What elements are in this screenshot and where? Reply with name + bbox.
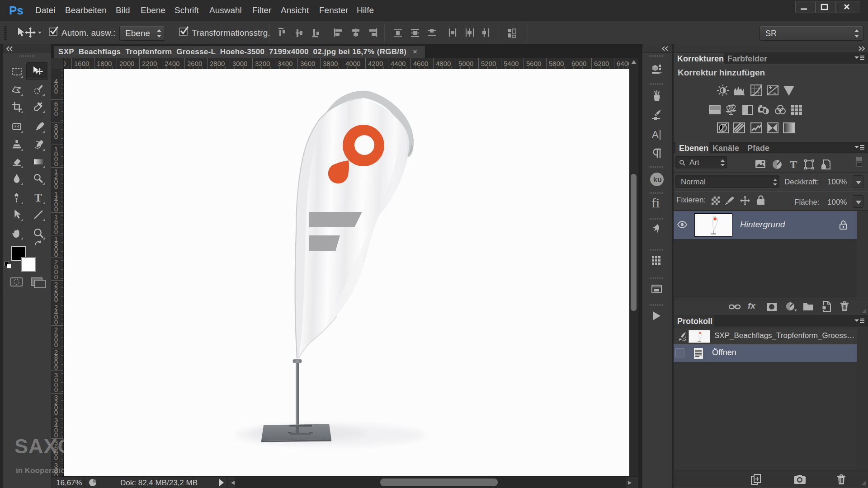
svg-text:A: A <box>652 129 659 140</box>
svg-text:T: T <box>34 192 42 204</box>
svg-text:T: T <box>790 159 797 170</box>
svg-text:fi: fi <box>651 197 660 210</box>
